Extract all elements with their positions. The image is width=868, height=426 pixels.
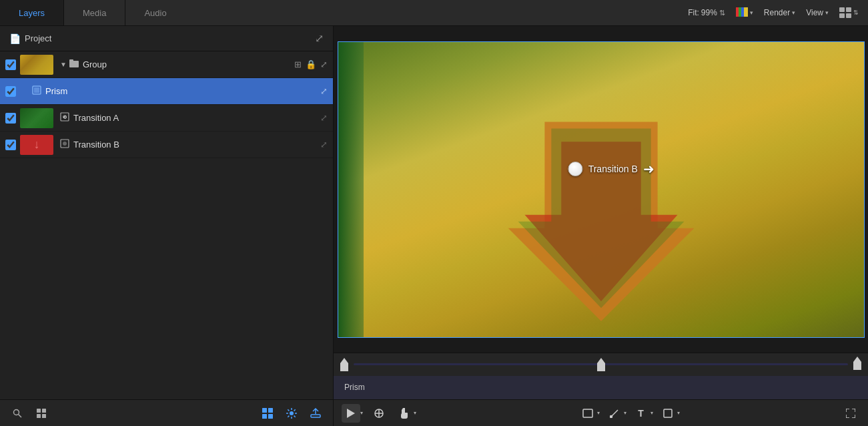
tab-layers-label: Layers <box>19 8 45 18</box>
svg-rect-28 <box>311 415 320 417</box>
rect-tool-group: ▾ <box>578 404 600 423</box>
svg-point-17 <box>14 409 19 415</box>
layer-row[interactable]: ▼ Group ⊞ 🔒 ⤢ <box>0 51 333 78</box>
prism-lock-icon[interactable]: ⤢ <box>320 86 328 96</box>
pen-caret[interactable]: ▾ <box>624 410 626 416</box>
svg-rect-21 <box>37 414 41 418</box>
left-panel: 📄 Project ⤢ ▼ Group <box>0 26 334 426</box>
prism-checkbox[interactable] <box>5 86 16 97</box>
transition-b-name: Transition B <box>73 140 315 150</box>
transition-a-right-icons: ⤢ <box>320 113 328 123</box>
svg-rect-11 <box>34 87 39 93</box>
canvas-handle[interactable] <box>568 162 583 176</box>
rect-button[interactable] <box>578 404 597 423</box>
render-chevron: ▾ <box>792 9 795 16</box>
grid-toggle-button[interactable] <box>258 404 277 423</box>
fit-control[interactable]: Fit: 99% ⇅ <box>684 6 729 19</box>
tab-media[interactable]: Media <box>64 0 125 25</box>
group-checkbox[interactable] <box>5 59 16 70</box>
text-button[interactable]: T <box>632 404 650 423</box>
canvas-toolbar-left: ▾ <box>342 404 416 423</box>
prism-name: Prism <box>45 86 315 96</box>
color-swatch-icon <box>736 7 748 19</box>
rect-caret[interactable]: ▾ <box>597 410 600 416</box>
svg-rect-6 <box>839 13 845 18</box>
transition-a-thumbnail <box>20 108 53 128</box>
canvas-toolbar: ▾ <box>334 399 868 426</box>
transition-b-icon <box>60 139 69 150</box>
svg-rect-39 <box>664 409 672 417</box>
svg-rect-26 <box>268 414 273 419</box>
main-content: 📄 Project ⤢ ▼ Group <box>0 26 868 426</box>
layout-toggle-chevron: ⇅ <box>853 9 859 16</box>
group-icon-copy[interactable]: ⊞ <box>294 59 302 69</box>
play-caret[interactable]: ▾ <box>360 410 363 416</box>
shape-tool-group: ▾ <box>659 404 680 423</box>
group-expand-icon[interactable]: ▼ <box>60 61 67 68</box>
shape-button[interactable] <box>659 404 677 423</box>
layer-row[interactable]: ↓ Transition B ⤢ <box>0 132 333 158</box>
gear-button[interactable] <box>282 404 301 423</box>
export-button[interactable] <box>306 404 325 423</box>
svg-rect-24 <box>268 408 273 413</box>
svg-rect-1 <box>739 7 741 17</box>
timeline-track[interactable] <box>354 363 848 365</box>
color-picker-button[interactable]: ▾ <box>732 5 757 21</box>
group-icon-lock[interactable]: 🔒 <box>306 59 316 69</box>
svg-marker-32 <box>347 409 355 418</box>
hand-button[interactable] <box>395 404 414 423</box>
pen-button[interactable] <box>605 404 624 423</box>
layer-row[interactable]: ⟲ Transition A ⤢ <box>0 105 333 132</box>
transition-a-checkbox[interactable] <box>5 113 16 124</box>
timeline-start-marker[interactable] <box>340 358 348 371</box>
anchor-button[interactable] <box>370 404 388 423</box>
layers-list: ▼ Group ⊞ 🔒 ⤢ <box>0 51 333 399</box>
layout-toggle[interactable]: ⇅ <box>835 5 863 20</box>
fit-stepper-icon[interactable]: ⇅ <box>719 9 725 17</box>
view-label: View <box>806 8 823 17</box>
project-options-icon[interactable]: ⤢ <box>315 32 324 45</box>
canvas-arrow-icon: ➜ <box>643 161 655 177</box>
left-panel-bottom <box>0 399 333 426</box>
view-chevron: ▾ <box>825 9 829 16</box>
svg-rect-19 <box>37 409 41 413</box>
render-button[interactable]: Render ▾ <box>760 6 799 19</box>
canvas-viewport[interactable]: Transition B ➜ <box>334 26 868 353</box>
svg-rect-25 <box>262 414 267 419</box>
transition-a-name: Transition A <box>73 113 315 123</box>
timeline-end-marker[interactable] <box>853 357 861 370</box>
shape-caret[interactable]: ▾ <box>677 410 680 416</box>
project-label: Project <box>25 33 51 43</box>
expand-view-button[interactable] <box>841 404 860 423</box>
color-picker-chevron: ▾ <box>750 9 753 16</box>
project-header: 📄 Project ⤢ <box>0 26 333 51</box>
svg-rect-36 <box>583 409 592 417</box>
svg-point-38 <box>610 415 612 417</box>
timeline-scrubber[interactable] <box>334 353 868 376</box>
group-icon-eye[interactable]: ⤢ <box>320 59 328 69</box>
canvas-frame: Transition B ➜ <box>338 41 865 338</box>
timeline-playhead[interactable] <box>597 358 605 371</box>
svg-point-27 <box>290 411 294 415</box>
timeline-bar: Prism <box>334 353 868 399</box>
view-button[interactable]: View ▾ <box>802 6 833 19</box>
transition-b-checkbox[interactable] <box>5 140 16 150</box>
canvas-transition-label: Transition B ➜ <box>568 161 655 177</box>
play-button[interactable] <box>342 404 360 423</box>
group-name: Group <box>83 59 289 69</box>
layout-button[interactable] <box>32 404 51 423</box>
text-caret[interactable]: ▾ <box>650 410 653 416</box>
svg-rect-20 <box>42 409 46 413</box>
svg-rect-23 <box>262 408 267 413</box>
transition-b-thumbnail: ↓ <box>20 135 53 155</box>
tab-audio[interactable]: Audio <box>125 0 185 25</box>
tab-layers[interactable]: Layers <box>0 0 64 25</box>
svg-rect-2 <box>741 7 744 17</box>
layer-row[interactable]: Prism ⤢ <box>0 78 333 105</box>
search-button[interactable] <box>8 404 27 423</box>
transition-b-lock-icon[interactable]: ⤢ <box>320 140 328 150</box>
timeline-label-bar: Prism <box>334 376 868 399</box>
topbar-right: Fit: 99% ⇅ ▾ Render ▾ View ▾ <box>684 5 868 21</box>
hand-caret[interactable]: ▾ <box>414 410 416 416</box>
transition-a-lock-icon[interactable]: ⤢ <box>320 113 328 123</box>
